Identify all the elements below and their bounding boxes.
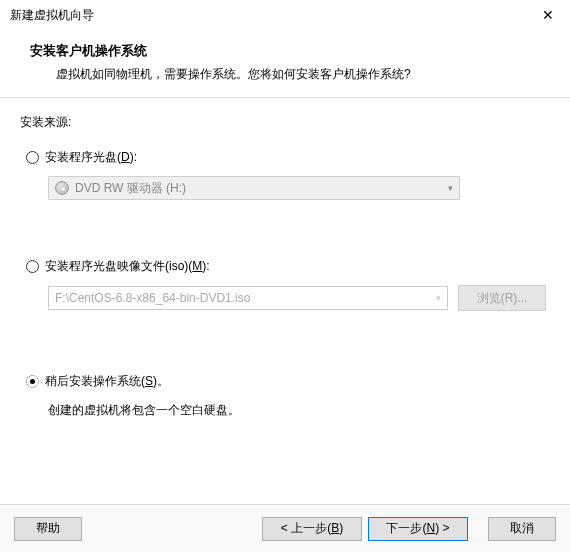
browse-button: 浏览(R)... <box>458 285 546 311</box>
disc-drive-dropdown[interactable]: DVD RW 驱动器 (H:) ▾ <box>48 176 460 200</box>
wizard-body: 安装来源: 安装程序光盘(D): DVD RW 驱动器 (H:) ▾ 安装程序光… <box>0 98 570 429</box>
header-subtitle: 虚拟机如同物理机，需要操作系统。您将如何安装客户机操作系统? <box>30 66 550 83</box>
close-icon: ✕ <box>542 7 554 23</box>
install-source-label: 安装来源: <box>20 114 550 131</box>
chevron-down-icon: ▾ <box>436 293 441 303</box>
wizard-header: 安装客户机操作系统 虚拟机如同物理机，需要操作系统。您将如何安装客户机操作系统? <box>0 30 570 98</box>
chevron-down-icon: ▾ <box>448 183 453 193</box>
option-later-label: 稍后安装操作系统(S)。 <box>45 373 169 390</box>
window-title: 新建虚拟机向导 <box>10 7 94 24</box>
disc-icon <box>55 181 69 195</box>
radio-icon <box>26 151 39 164</box>
back-button[interactable]: < 上一步(B) <box>262 517 362 541</box>
wizard-footer: 帮助 < 上一步(B) 下一步(N) > 取消 <box>0 504 570 552</box>
option-installer-iso[interactable]: 安装程序光盘映像文件(iso)(M): <box>26 258 550 275</box>
cancel-button[interactable]: 取消 <box>488 517 556 541</box>
option-disc-label: 安装程序光盘(D): <box>45 149 137 166</box>
disc-drive-value: DVD RW 驱动器 (H:) <box>75 180 186 197</box>
titlebar: 新建虚拟机向导 ✕ <box>0 0 570 30</box>
option-install-later[interactable]: 稍后安装操作系统(S)。 <box>26 373 550 390</box>
radio-icon <box>26 375 39 388</box>
iso-path-value: F:\CentOS-6.8-x86_64-bin-DVD1.iso <box>55 291 250 305</box>
help-button[interactable]: 帮助 <box>14 517 82 541</box>
next-button[interactable]: 下一步(N) > <box>368 517 468 541</box>
radio-icon <box>26 260 39 273</box>
close-button[interactable]: ✕ <box>525 0 570 30</box>
later-hint: 创建的虚拟机将包含一个空白硬盘。 <box>48 402 550 419</box>
iso-path-input[interactable]: F:\CentOS-6.8-x86_64-bin-DVD1.iso ▾ <box>48 286 448 310</box>
option-installer-disc[interactable]: 安装程序光盘(D): <box>26 149 550 166</box>
option-iso-label: 安装程序光盘映像文件(iso)(M): <box>45 258 210 275</box>
header-title: 安装客户机操作系统 <box>30 42 550 60</box>
